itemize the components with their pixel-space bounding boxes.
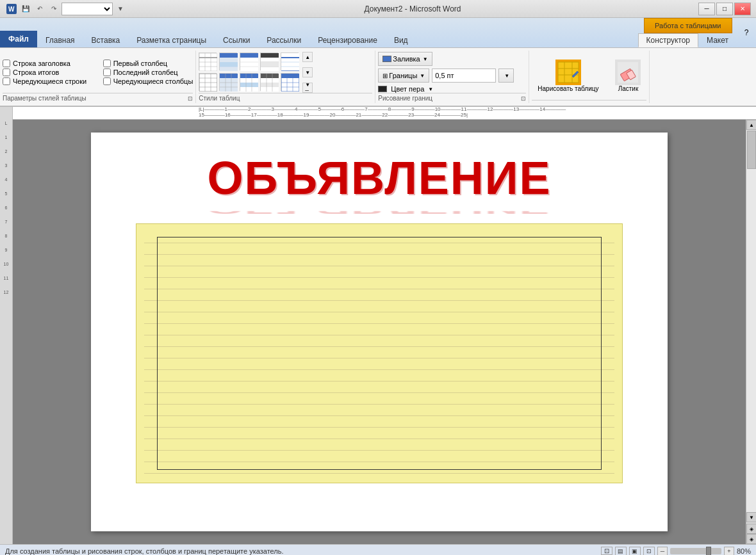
table-style-8[interactable] (240, 73, 258, 91)
eraser-button[interactable]: Ластик (609, 56, 646, 95)
pen-color-row: Цвет пера ▼ (378, 85, 433, 93)
header-row-checkbox-label[interactable]: Строка заголовка (3, 60, 93, 67)
tab-page-layout[interactable]: Разметка страницы (128, 33, 215, 47)
border-size-input[interactable] (432, 68, 496, 83)
border-group-expand[interactable]: ⊡ (521, 95, 526, 102)
tab-file[interactable]: Файл (0, 31, 37, 47)
styles-scroll-down[interactable]: ▼ (302, 67, 313, 77)
language-icon[interactable]: ⊡ (601, 547, 612, 555)
tab-view[interactable]: Вид (386, 33, 416, 47)
help-icon[interactable]: ? (744, 28, 749, 37)
draw-table-icon (555, 60, 581, 85)
tab-constructor[interactable]: Конструктор (638, 33, 698, 47)
zoom-percent[interactable]: 80% (737, 547, 751, 555)
banded-cols-checkbox-label[interactable]: Чередующиеся столбцы (103, 77, 193, 85)
zoom-slider[interactable] (670, 548, 721, 554)
last-col-checkbox-label[interactable]: Последний столбец (103, 68, 193, 76)
zoom-in-button[interactable]: + (724, 547, 734, 556)
table-style-1[interactable] (199, 52, 217, 70)
banded-rows-checkbox[interactable] (3, 77, 10, 85)
scrollbar-vertical: ▲ ▼ ◈ ◈ (746, 120, 756, 544)
table-style-7[interactable] (219, 73, 237, 91)
font-name-selector[interactable]: Arial Black (62, 3, 113, 15)
maximize-button[interactable]: □ (716, 3, 733, 15)
table-style-6[interactable] (199, 73, 217, 91)
horizontal-ruler: // This runs inside SVG which won't exec… (0, 107, 756, 120)
table-style-3[interactable] (240, 52, 258, 70)
table-style-10[interactable] (281, 73, 299, 91)
notepad-inner-box[interactable] (157, 237, 602, 470)
table-style-9[interactable] (260, 73, 278, 91)
svg-rect-14 (220, 62, 238, 67)
svg-rect-13 (220, 58, 238, 62)
page-down-button[interactable]: ◈ (746, 534, 756, 544)
view-layout[interactable]: ▣ (629, 547, 641, 556)
save-quick-btn[interactable]: 💾 (19, 3, 32, 15)
title-bar: W 💾 ↶ ↷ Arial Black ▼ Документ2 - Micros… (0, 0, 756, 18)
tab-insert[interactable]: Вставка (83, 33, 129, 47)
header-row-checkbox[interactable] (3, 60, 10, 67)
draw-table-button[interactable]: Нарисовать таблицу (532, 56, 604, 95)
scroll-thumb[interactable] (747, 131, 756, 169)
tab-home[interactable]: Главная (37, 33, 83, 47)
group-expand-icon[interactable]: ⊡ (188, 95, 193, 102)
tab-references[interactable]: Ссылки (215, 33, 258, 47)
styles-scroll-buttons: ▲ ▼ ▼─ (302, 52, 313, 93)
styles-dropdown[interactable]: ▼─ (302, 83, 313, 93)
minimize-button[interactable]: ─ (698, 3, 715, 15)
borders-row: ⊞ Границы ▼ ▼ (378, 68, 514, 83)
svg-rect-9 (220, 53, 238, 58)
shading-dropdown[interactable]: Заливка ▼ (378, 52, 432, 66)
scroll-up-button[interactable]: ▲ (746, 120, 756, 130)
status-bar: Для создания таблицы и рисования строк, … (0, 544, 756, 555)
document-heading: ОБЪЯВЛЕНИЕ (110, 152, 648, 204)
border-size-dropdown[interactable]: ▼ (498, 68, 514, 83)
first-col-checkbox-label[interactable]: Первый столбец (103, 60, 193, 67)
context-tab-work-tables[interactable]: Работа с таблицами (644, 18, 732, 33)
svg-rect-20 (261, 53, 279, 58)
tab-layout[interactable]: Макет (698, 33, 737, 47)
view-web[interactable]: ⊡ (643, 547, 655, 556)
notepad-lines-container (144, 232, 614, 475)
svg-rect-37 (220, 74, 238, 78)
quick-access-toolbar: W 💾 ↶ ↷ Arial Black ▼ (5, 3, 127, 15)
window-title: Документ2 - Microsoft Word (364, 4, 461, 13)
redo-quick-btn[interactable]: ↷ (47, 3, 60, 15)
draw-borders-group: Заливка ▼ ⊞ Границы ▼ ▼ Цвет пера ▼ (375, 51, 529, 103)
banded-cols-checkbox[interactable] (103, 77, 111, 85)
status-right: ⊡ ▤ ▣ ⊡ ─ + 80% (601, 547, 751, 556)
svg-rect-58 (558, 62, 579, 83)
table-style-5[interactable] (281, 52, 299, 70)
close-button[interactable]: ✕ (734, 3, 751, 15)
total-row-checkbox-label[interactable]: Строка итогов (3, 68, 93, 76)
borders-arrow: ▼ (420, 73, 425, 79)
undo-quick-btn[interactable]: ↶ (33, 3, 46, 15)
heading-container: ОБЪЯВЛЕНИЕ ОБЪЯВЛЕНИЕ (110, 152, 648, 223)
svg-rect-16 (240, 53, 258, 58)
ribbon: Строка заголовка Первый столбец Строка и… (0, 48, 756, 107)
svg-rect-48 (261, 74, 279, 78)
first-col-checkbox[interactable] (103, 60, 111, 67)
styles-scroll-up[interactable]: ▲ (302, 52, 313, 62)
font-dropdown-arrow[interactable]: ▼ (114, 3, 127, 15)
table-style-4[interactable] (260, 52, 278, 70)
shading-row: Заливка ▼ (378, 52, 432, 66)
scroll-track (746, 130, 756, 512)
banded-rows-checkbox-label[interactable]: Чередующиеся строки (3, 77, 93, 85)
table-style-2[interactable] (219, 52, 237, 70)
svg-rect-43 (240, 74, 258, 78)
zoom-out-button[interactable]: ─ (657, 547, 668, 556)
tab-review[interactable]: Рецензирование (309, 33, 386, 47)
borders-dropdown[interactable]: ⊞ Границы ▼ (378, 68, 429, 83)
scroll-down-button[interactable]: ▼ (746, 512, 756, 522)
view-normal[interactable]: ▤ (615, 547, 627, 556)
total-row-checkbox[interactable] (3, 68, 10, 76)
pen-color-arrow[interactable]: ▼ (428, 86, 433, 92)
draw-table-group: Нарисовать таблицу Ластик (529, 51, 650, 103)
tab-mailings[interactable]: Рассылки (258, 33, 309, 47)
table-styles-grid (199, 52, 300, 92)
checkboxes-container: Строка заголовка Первый столбец Строка и… (3, 60, 193, 85)
zoom-slider-thumb[interactable] (706, 547, 711, 556)
page-up-button[interactable]: ◈ (746, 524, 756, 534)
last-col-checkbox[interactable] (103, 68, 111, 76)
